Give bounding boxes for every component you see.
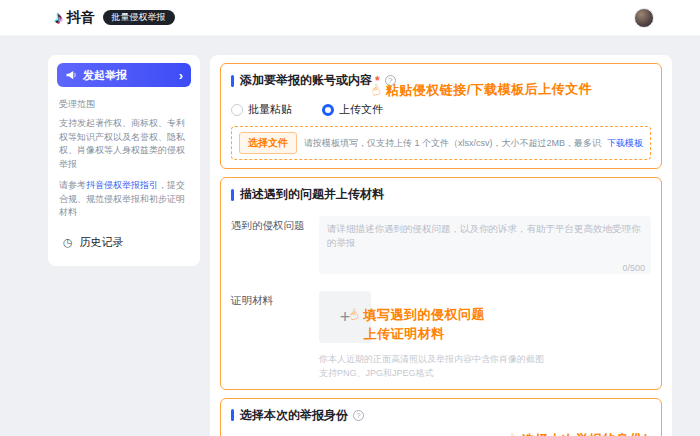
sidebar: 发起举报 › 受理范围 支持发起著作权、商标权、专利权等知识产权以及名誉权、隐私… [48, 55, 200, 266]
scope-description: 支持发起著作权、商标权、专利权等知识产权以及名誉权、隐私权、肖像权等人身权益类的… [57, 117, 191, 171]
chevron-right-icon: › [179, 69, 183, 82]
report-form-card: 添加要举报的账号或内容 * ? ☝ 粘贴侵权链接/下载模板后上传文件 批量粘贴 … [210, 55, 672, 436]
material-requirements-note: 你本人近期的正面高清照以及举报内容中含你肖像的截图 支持PNG、JPG和JPEG… [319, 352, 651, 381]
user-avatar[interactable] [634, 8, 654, 28]
annotation-line2: 上传证明材料 [364, 324, 486, 344]
problem-textarea[interactable] [319, 216, 651, 274]
megaphone-icon [65, 69, 77, 81]
section-report-identity: 选择本次的举报身份 ? ☝ 选择本次举报的身份/ 创建新身份 你的举报身份 * … [220, 398, 662, 436]
download-template-link[interactable]: 下载模板 [607, 137, 643, 150]
history-label: 历史记录 [80, 235, 124, 250]
sidebar-item-history[interactable]: ◷ 历史记录 [57, 235, 191, 250]
section-describe-problem: 描述遇到的问题并上传材料 遇到的侵权问题 0/500 证明材料 + ☝ 填写遇到… [220, 177, 662, 390]
annotation-identity: ☝ 选择本次举报的身份/ 创建新身份 [507, 430, 648, 436]
sidebar-item-label: 发起举报 [83, 68, 127, 83]
annotation-text: 粘贴侵权链接/下载模板后上传文件 [386, 80, 593, 100]
brand-name: 抖音 [67, 9, 95, 27]
char-counter: 0/500 [622, 263, 645, 273]
note-line1: 你本人近期的正面高清照以及举报内容中含你肖像的截图 [319, 352, 651, 366]
note-line2: 支持PNG、JPG和JPEG格式 [319, 366, 651, 380]
title-accent-bar [231, 75, 234, 87]
sidebar-item-start-report[interactable]: 发起举报 › [57, 63, 191, 87]
guide-prefix: 请参考 [59, 180, 86, 190]
pointing-hand-icon: ☝ [369, 81, 383, 98]
scope-section-label: 受理范围 [59, 98, 189, 111]
upload-mode-radio-group: 批量粘贴 上传文件 [231, 102, 651, 117]
section-describe-title: 描述遇到的问题并上传材料 [231, 186, 651, 203]
radio-upload-file[interactable]: 上传文件 [322, 102, 383, 117]
radio-batch-paste[interactable]: 批量粘贴 [231, 102, 292, 117]
material-label: 证明材料 [231, 291, 319, 343]
douyin-logo-icon: ♪ [54, 9, 63, 26]
pointing-hand-icon: ☝ [347, 305, 361, 322]
help-icon[interactable]: ? [353, 410, 364, 421]
choose-file-button[interactable]: 选择文件 [239, 132, 297, 154]
guide-paragraph: 请参考抖音侵权举报指引，提交合规、规范侵权举报和初步证明材料 [57, 179, 191, 220]
annotation-line1: 填写遇到的侵权问题 [363, 305, 485, 325]
annotation-text: 选择本次举报的身份/ 创建新身份 [521, 430, 647, 436]
title-accent-bar [231, 409, 234, 421]
problem-label: 遇到的侵权问题 [231, 216, 319, 278]
pointing-hand-icon: ☝ [505, 430, 519, 436]
top-header: ♪ 抖音 批量侵权举报 [0, 0, 700, 36]
section-title-text: 描述遇到的问题并上传材料 [240, 186, 384, 203]
guide-link[interactable]: 抖音侵权举报指引 [86, 180, 158, 190]
section-title-text: 选择本次的举报身份 [240, 407, 348, 424]
title-accent-bar [231, 189, 234, 201]
radio-circle-selected-icon [322, 104, 334, 116]
section-title-text: 添加要举报的账号或内容 [240, 72, 372, 89]
annotation-paste-upload: ☝ 粘贴侵权链接/下载模板后上传文件 [371, 80, 592, 100]
annotation-fill-upload: ☝ 填写遇到的侵权问题 上传证明材料 [349, 305, 485, 344]
radio-label: 上传文件 [339, 102, 383, 117]
problem-field-row: 遇到的侵权问题 0/500 [231, 216, 651, 278]
product-badge: 批量侵权举报 [103, 10, 175, 25]
annotation-text: 填写遇到的侵权问题 上传证明材料 [363, 305, 485, 344]
section-identity-title: 选择本次的举报身份 ? [231, 407, 651, 424]
clock-icon: ◷ [63, 237, 73, 248]
file-upload-hint: 请按模板填写，仅支持上传 1 个文件（xlsx/csv)，大小不超过2MB，最多… [304, 137, 602, 150]
problem-textarea-wrap: 0/500 [319, 216, 651, 278]
annotation-line1: 选择本次举报的身份/ [521, 430, 647, 436]
radio-label: 批量粘贴 [248, 102, 292, 117]
file-upload-row: 选择文件 请按模板填写，仅支持上传 1 个文件（xlsx/csv)，大小不超过2… [231, 126, 651, 160]
radio-circle-icon [231, 104, 243, 116]
section-add-content: 添加要举报的账号或内容 * ? ☝ 粘贴侵权链接/下载模板后上传文件 批量粘贴 … [220, 63, 662, 169]
